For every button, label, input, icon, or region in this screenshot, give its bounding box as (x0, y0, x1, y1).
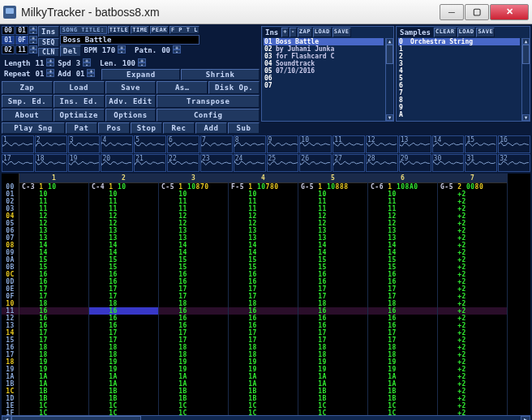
ins-save-button[interactable]: SAVE (332, 28, 351, 37)
instrument-item[interactable]: 02by Juhani Junka (264, 45, 384, 53)
about-button[interactable]: About (2, 109, 53, 122)
scroll-down-icon[interactable]: ▼ (386, 114, 393, 121)
scope-channel[interactable]: 5 (134, 135, 166, 153)
order-pos-2[interactable]: 02 (2, 45, 15, 54)
sample-item[interactable]: 6 (398, 82, 520, 89)
scope-channel[interactable]: 22 (167, 154, 200, 172)
orderlist-cln-button[interactable]: CLN (38, 48, 59, 57)
load-button[interactable]: Load (54, 81, 105, 94)
smp-save-button[interactable]: SAVE (476, 28, 495, 37)
scroll-thumb[interactable] (522, 45, 530, 64)
sample-item[interactable]: A (398, 111, 520, 118)
scroll-thumb[interactable] (386, 45, 393, 64)
len-minus[interactable]: - (46, 62, 54, 66)
orderlist-ins-button[interactable]: Ins (38, 26, 59, 37)
scope-channel[interactable]: 15 (465, 135, 497, 153)
transpose-button[interactable]: Transpose (157, 95, 260, 108)
scope-channel[interactable]: 24 (234, 154, 266, 172)
save-button[interactable]: Save (105, 81, 157, 94)
scope-channel[interactable]: 25 (267, 154, 299, 172)
pos-button[interactable]: Pos (98, 122, 130, 134)
scope-channel[interactable]: 11 (332, 135, 365, 153)
sample-item[interactable]: 2 (398, 53, 520, 60)
scope-channel[interactable]: 17 (2, 154, 34, 172)
playsng-button[interactable]: Play Sng (2, 122, 65, 134)
options-button[interactable]: Options (105, 109, 157, 122)
spd-minus[interactable]: - (83, 62, 91, 66)
samples-scrollbar[interactable]: ▲ ▼ (521, 38, 530, 121)
scope-channel[interactable]: 23 (200, 154, 233, 172)
sample-item[interactable]: 0Orchestra String (398, 38, 520, 45)
pattern-editor[interactable]: 000102030405060708090A0B0C0D0E0F10111213… (2, 174, 530, 415)
smp-load-button[interactable]: LOAD (457, 28, 476, 37)
zap-button[interactable]: Zap (2, 81, 53, 94)
rec-button[interactable]: Rec (163, 122, 195, 134)
scope-channel[interactable]: 26 (299, 154, 332, 172)
scope-channel[interactable]: 12 (366, 135, 398, 153)
scope-channel[interactable]: 13 (399, 135, 431, 153)
patlen-minus[interactable]: - (138, 62, 146, 66)
stop-button[interactable]: Stop (131, 122, 162, 134)
scroll-right-icon[interactable]: ▶ (521, 416, 530, 420)
scope-channel[interactable]: 6 (167, 135, 200, 153)
ins-plus-button[interactable]: + (281, 28, 289, 37)
scope-channel[interactable]: 1 (2, 135, 34, 153)
scope-channel[interactable]: 29 (399, 154, 431, 172)
instrument-item[interactable]: 04Soundtrack (264, 60, 384, 67)
instrument-item[interactable]: 01Boss Battle (264, 38, 384, 45)
scroll-down-icon[interactable]: ▼ (522, 114, 530, 121)
scope-channel[interactable]: 32 (498, 154, 530, 172)
sample-item[interactable]: 1 (398, 45, 520, 53)
order-pat-2[interactable]: 11 (15, 45, 28, 54)
smped-button[interactable]: Smp. Ed. (2, 95, 53, 108)
insed-button[interactable]: Ins. Ed. (54, 95, 105, 108)
songtitle-value[interactable]: Boss Battle (60, 35, 200, 45)
sample-item[interactable]: 5 (398, 75, 520, 82)
ins-minus-button[interactable]: - (290, 28, 297, 37)
order-pat-1[interactable]: 0F (15, 36, 28, 45)
sample-item[interactable]: 3 (398, 60, 520, 67)
expand-button[interactable]: Expand (101, 69, 180, 80)
scope-channel[interactable]: 14 (432, 135, 465, 153)
scope-channel[interactable]: 20 (101, 154, 133, 172)
rep-minus[interactable]: - (46, 73, 54, 77)
close-button[interactable]: ✕ (490, 4, 529, 20)
orderlist-seq-button[interactable]: SEQ (38, 38, 59, 47)
ins-load-button[interactable]: LOAD (313, 28, 332, 37)
title-mode-button[interactable]: TITLE (108, 26, 131, 34)
scope-channel[interactable]: 31 (465, 154, 497, 172)
scroll-up-icon[interactable]: ▲ (386, 38, 393, 45)
scope-channel[interactable]: 9 (267, 135, 299, 153)
scope-channel[interactable]: 3 (68, 135, 101, 153)
pattern-h-scrollbar[interactable]: ◀ ▶ (2, 415, 530, 420)
scope-channel[interactable]: 4 (101, 135, 133, 153)
scope-channel[interactable]: 16 (498, 135, 530, 153)
instrument-item[interactable]: 06 (264, 75, 384, 82)
ins-zap-button[interactable]: ZAP (298, 28, 312, 37)
scope-channel[interactable]: 27 (332, 154, 365, 172)
scope-channel[interactable]: 7 (200, 135, 233, 153)
add-minus[interactable]: - (87, 73, 95, 77)
advedit-button[interactable]: Adv. Edit (105, 95, 157, 108)
instrument-item[interactable]: 07 (264, 82, 384, 89)
scope-channel[interactable]: 18 (35, 154, 67, 172)
maximize-button[interactable]: ▢ (465, 4, 489, 20)
scope-channel[interactable]: 19 (68, 154, 101, 172)
scope-channel[interactable]: 10 (299, 135, 332, 153)
scroll-up-icon[interactable]: ▲ (522, 38, 530, 45)
instruments-scrollbar[interactable]: ▲ ▼ (385, 38, 393, 121)
order-pos-1[interactable]: 01 (2, 36, 15, 45)
pat-button[interactable]: Pat (66, 122, 97, 134)
sub-button[interactable]: Sub (228, 122, 260, 134)
fptl-button[interactable]: F P T L (169, 26, 200, 34)
scroll-left-icon[interactable]: ◀ (2, 416, 11, 420)
add-button[interactable]: Add (195, 122, 227, 134)
instrument-item[interactable]: 03for Flashcard C (264, 53, 384, 60)
diskop-button[interactable]: Disk Op. (208, 81, 260, 94)
sample-item[interactable]: 7 (398, 89, 520, 96)
peak-mode-button[interactable]: PEAK (150, 26, 169, 34)
order-pat-0[interactable]: 01 (15, 26, 28, 35)
scope-channel[interactable]: 2 (35, 135, 67, 153)
sample-item[interactable]: 9 (398, 104, 520, 111)
config-button[interactable]: Config (157, 109, 260, 122)
